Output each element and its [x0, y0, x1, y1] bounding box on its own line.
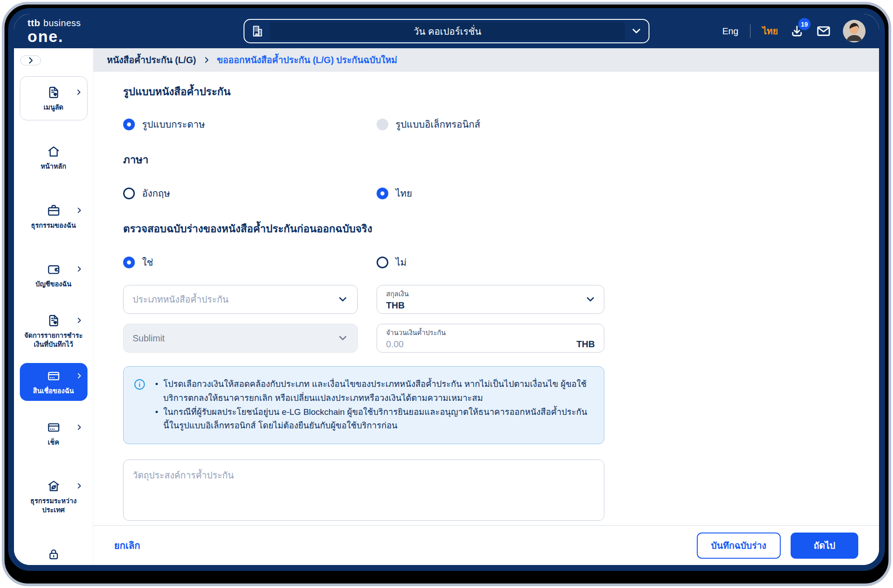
radio-option-yes[interactable]: ใช่	[123, 255, 377, 270]
sidebar-item-label: ธุรกรรมของฉัน	[23, 221, 85, 230]
chevron-right-icon	[75, 207, 83, 214]
language-toggle-thai[interactable]: ไทย	[762, 24, 778, 38]
home-icon	[23, 145, 85, 158]
chevron-right-icon	[75, 423, 83, 431]
lg-type-dropdown[interactable]: ประเภทหนังสือค้ำประกัน	[123, 285, 358, 314]
radio-label: รูปแบบอิเล็กทรอนิกส์	[396, 117, 480, 132]
currency-value: THB	[386, 300, 595, 311]
amount-field[interactable]: จำนวนเงินค้ำประกัน THB	[377, 324, 604, 353]
save-draft-button[interactable]: บันทึกฉบับร่าง	[697, 533, 781, 559]
download-count-badge: 19	[798, 18, 810, 30]
currency-label: สกุลเงิน	[386, 289, 595, 299]
logo-brand-suffix: business	[43, 18, 81, 28]
info-banner: โปรดเลือกวงเงินให้สอดคล้องกับประเภท และเ…	[123, 366, 604, 444]
radio-option-paper[interactable]: รูปแบบกระดาษ	[123, 117, 377, 132]
radio-label: อังกฤษ	[142, 186, 170, 201]
form-scroll-area[interactable]: รูปแบบหนังสือค้ำประกัน รูปแบบกระดาษ รูปแ…	[93, 72, 879, 525]
purpose-textarea[interactable]	[123, 459, 604, 521]
building-icon	[251, 24, 264, 38]
radio-unselected-icon	[123, 188, 135, 199]
sidebar-item-label: เช็ค	[23, 438, 85, 447]
avatar[interactable]	[843, 20, 865, 42]
company-name: วัน คอเปอร์เรชั่น	[270, 22, 625, 40]
sidebar-item-home[interactable]: หน้าหลัก	[20, 138, 87, 176]
chevron-right-icon	[75, 317, 83, 324]
next-button[interactable]: ถัดไป	[791, 533, 858, 559]
chevron-right-icon	[75, 88, 83, 96]
sidebar-item-label: หน้าหลัก	[23, 162, 85, 171]
sidebar-item-ctf[interactable]: CTF	[20, 541, 87, 571]
radio-disabled-icon	[377, 119, 388, 130]
radio-option-thai[interactable]: ไทย	[377, 186, 879, 201]
cancel-button[interactable]: ยกเลิก	[114, 538, 140, 553]
sidebar-item-label: สินเชื่อของฉัน	[23, 386, 85, 395]
radio-label: ใช่	[142, 255, 153, 270]
breadcrumb-parent[interactable]: หนังสือค้ำประกัน (L/G)	[107, 53, 196, 67]
radio-option-electronic[interactable]: รูปแบบอิเล็กทรอนิกส์	[377, 117, 879, 132]
section-title-language: ภาษา	[123, 152, 879, 168]
radio-group-lg-format: รูปแบบกระดาษ รูปแบบอิเล็กทรอนิกส์	[123, 117, 879, 132]
logo-brand: ttb	[28, 18, 40, 28]
radio-selected-icon	[377, 188, 388, 199]
currency-dropdown[interactable]: สกุลเงิน THB	[377, 285, 604, 314]
sublimit-dropdown: Sublimit	[123, 324, 358, 353]
chevron-down-icon	[585, 294, 596, 305]
mail-button[interactable]	[816, 23, 831, 39]
radio-label: ไม่	[396, 255, 406, 270]
amount-currency-suffix: THB	[576, 339, 595, 349]
app-window: ttbbusiness one. วัน คอเปอร์เรชั่น Eng ไ…	[8, 8, 885, 571]
radio-selected-icon	[123, 257, 135, 268]
sidebar-item-label: จัดการรายการชำระเงินที่บันทึกไว้	[23, 331, 85, 349]
language-divider	[750, 24, 750, 38]
chevron-down-icon	[337, 333, 348, 344]
chevron-down-icon	[631, 25, 642, 37]
language-toggle-eng[interactable]: Eng	[722, 26, 738, 37]
sidebar-item-label: ธุรกรรมระหว่างประเทศ	[23, 496, 85, 515]
section-title-check-draft: ตรวจสอบฉบับร่างของหนังสือค้ำประกันก่อนออ…	[123, 220, 879, 237]
amount-label: จำนวนเงินค้ำประกัน	[386, 327, 595, 338]
main-content: หนังสือค้ำประกัน (L/G) ขอออกหนังสือค้ำปร…	[93, 48, 879, 565]
sidebar-item-my-accounts[interactable]: บัญชีของฉัน	[20, 256, 87, 294]
sidebar: เมนูลัด หน้าหลัก ธุรกรรมของฉัน บัญชีของฉ…	[14, 48, 93, 565]
info-bullet: ในกรณีที่ผู้รับผลประโยชน์อยู่บน e-LG Blo…	[153, 405, 590, 433]
sublimit-label: Sublimit	[133, 333, 165, 344]
logo-product: one.	[28, 28, 81, 44]
radio-group-check-draft: ใช่ ไม่	[123, 255, 879, 270]
breadcrumb: หนังสือค้ำประกัน (L/G) ขอออกหนังสือค้ำปร…	[93, 48, 879, 72]
radio-option-english[interactable]: อังกฤษ	[123, 186, 377, 201]
chevron-right-icon	[26, 56, 35, 65]
sidebar-item-my-transactions[interactable]: ธุรกรรมของฉัน	[20, 198, 87, 235]
lock-icon	[23, 547, 85, 561]
mail-icon	[816, 23, 831, 39]
download-button[interactable]: 19	[790, 24, 804, 38]
section-title-lg-format: รูปแบบหนังสือค้ำประกัน	[123, 83, 879, 100]
radio-group-language: อังกฤษ ไทย	[123, 186, 879, 201]
sidebar-collapse-button[interactable]	[20, 55, 41, 65]
chevron-right-icon	[203, 56, 211, 64]
info-bullet: โปรดเลือกวงเงินให้สอดคล้องกับประเภท และเ…	[153, 377, 590, 405]
chevron-right-icon	[75, 265, 83, 273]
lg-type-placeholder: ประเภทหนังสือค้ำประกัน	[133, 292, 229, 307]
company-selector[interactable]: วัน คอเปอร์เรชั่น	[244, 19, 649, 43]
radio-label: รูปแบบกระดาษ	[142, 117, 205, 132]
radio-label: ไทย	[396, 186, 412, 201]
device-frame: ttbbusiness one. วัน คอเปอร์เรชั่น Eng ไ…	[2, 2, 891, 586]
radio-unselected-icon	[377, 257, 388, 268]
sidebar-item-international[interactable]: ธุรกรรมระหว่างประเทศ	[20, 473, 87, 520]
chevron-down-icon	[337, 294, 348, 305]
amount-input[interactable]	[386, 339, 576, 349]
sidebar-item-saved-payments[interactable]: จัดการรายการชำระเงินที่บันทึกไว้	[20, 308, 87, 355]
action-footer: ยกเลิก บันทึกฉบับร่าง ถัดไป	[93, 525, 879, 565]
sidebar-item-label: CTF	[23, 565, 85, 571]
sidebar-item-cheque[interactable]: เช็ค	[20, 414, 87, 452]
radio-selected-icon	[123, 119, 135, 130]
sidebar-item-shortcut-menu[interactable]: เมนูลัด	[20, 76, 87, 120]
radio-option-no[interactable]: ไม่	[377, 255, 879, 270]
sidebar-item-label: บัญชีของฉัน	[23, 280, 85, 289]
sidebar-item-my-loans[interactable]: สินเชื่อของฉัน	[20, 363, 87, 401]
avatar-image	[843, 20, 865, 42]
breadcrumb-current: ขอออกหนังสือค้ำประกัน (L/G) ประกันฉบับให…	[217, 53, 397, 67]
ttb-business-one-logo: ttbbusiness one.	[28, 18, 81, 44]
info-bullet-list: โปรดเลือกวงเงินให้สอดคล้องกับประเภท และเ…	[153, 377, 590, 433]
sidebar-item-label: เมนูลัด	[23, 103, 84, 112]
